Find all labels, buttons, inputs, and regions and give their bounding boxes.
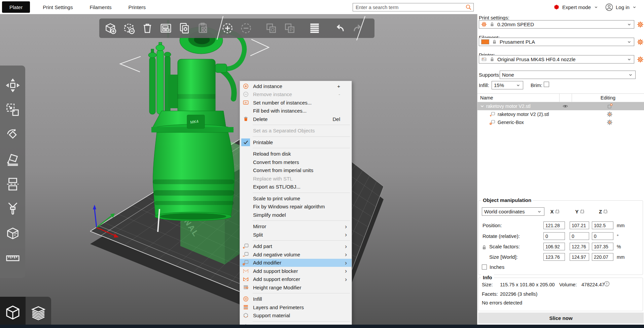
menu-item-height-range-modifier[interactable]: Height range Modifier [240,283,352,292]
copy-icon[interactable] [178,22,191,35]
menu-item-add-support-enforcer[interactable]: Add support enforcer› [240,275,352,284]
search-icon[interactable] [465,4,472,10]
menu-item-convert-from-meters[interactable]: Convert from meters [240,158,352,166]
infill-label: Infill: [479,82,489,88]
panel-title: Object manipulation [481,197,533,203]
position-y-input[interactable] [570,221,589,229]
expander-icon[interactable] [479,103,485,109]
rotate-x-input[interactable] [543,232,565,240]
menu-item-support-material[interactable]: Support material [240,312,352,320]
menu-item-infill[interactable]: Infill [240,295,352,303]
menu-item-reload-from-disk[interactable]: Reload from disk [240,150,352,158]
variable-layer-height-icon[interactable] [308,22,321,35]
tab-print-settings[interactable]: Print Settings [39,4,77,10]
info-size-label: Size: [482,282,493,287]
row-settings-gear-icon[interactable] [607,119,613,125]
3d-viewport[interactable]: ORIGINAL [0,14,477,328]
slice-now-button[interactable]: Slice now [478,313,644,324]
menu-item-fix-by-windows-repair-algorithm[interactable]: Fix by Windows repair algorithm [240,203,352,211]
undo-icon[interactable] [333,22,346,35]
menu-item-delete[interactable]: DeleteDel [240,115,352,123]
menu-item-export-as-stl-obj[interactable]: Export as STL/OBJ... [240,183,352,191]
rotate-y-input[interactable] [570,232,589,240]
object-row-raketovy-motor-v2-stl[interactable]: raketovy motor V2.stl [477,102,644,110]
size-world-y-input[interactable] [570,253,589,261]
printer-select[interactable]: Original Prusa MK4S HF0.4 nozzle [479,55,634,64]
tab-plater[interactable]: Plater [2,1,30,13]
menu-item-add-modifier[interactable]: Add modifier› [240,259,352,267]
print-settings-gear-button[interactable] [637,21,644,28]
eye-icon[interactable] [562,103,568,109]
gizmo-rotate-icon[interactable] [5,127,21,142]
menu-item-set-number-of-instances[interactable]: I+Set number of instances... [240,98,352,107]
delete-all-icon[interactable] [141,22,154,35]
add-instance-icon[interactable] [221,22,234,35]
menu-icon-blank [241,127,250,134]
gizmo-paint-supports-icon[interactable] [5,201,21,216]
menu-item-add-part[interactable]: Add part› [240,242,352,251]
coordinates-select[interactable]: World coordinates [482,207,544,216]
menu-item-mirror[interactable]: Mirror› [240,222,352,231]
layers-icon [241,303,250,311]
add-object-icon[interactable] [104,22,117,35]
axis-header-z[interactable]: Z [595,209,611,214]
scale-factors-x-input[interactable] [543,243,565,250]
menu-item-add-support-blocker[interactable]: Add support blocker› [240,267,352,275]
position-z-input[interactable] [592,221,613,229]
instances-icon: I+ [241,99,250,107]
gizmo-seam-icon[interactable] [5,226,21,241]
tab-printers[interactable]: Printers [124,4,150,10]
row-settings-gear-icon[interactable] [607,111,613,117]
menu-item-remove-instance: Remove instance- [240,90,352,99]
circle-minus-icon [241,90,250,98]
gizmo-move-icon[interactable] [5,78,21,93]
support-enforcer-icon [241,275,250,283]
gizmo-cut-icon[interactable] [5,176,21,192]
supports-select[interactable]: None [500,71,636,79]
object-row-raketovy-motor-v2-2-stl[interactable]: raketovy motor V2 (2).stl [477,110,644,118]
lock-icon [492,39,497,45]
filament-select[interactable]: Prusament PLA [479,38,634,46]
3d-editor-view-button[interactable] [0,297,26,328]
size-world-z-input[interactable] [592,253,613,261]
inches-checkbox[interactable] [482,264,487,270]
menu-item-scale-to-print-volume[interactable]: Scale to print volume [240,194,352,203]
scale-factors-z-input[interactable] [592,243,613,250]
remove-object-icon[interactable] [122,22,135,35]
infill-select[interactable]: 15% [492,81,523,89]
tab-filaments[interactable]: Filaments [85,4,115,10]
axis-header-x[interactable]: X [547,209,563,214]
object-row-generic-box[interactable]: Generic-Box [477,118,644,126]
menu-item-fill-bed-with-instances[interactable]: Fill bed with instances... [240,107,352,115]
login-button[interactable]: Log in [605,3,637,11]
menu-item-layers-and-perimeters[interactable]: Layers and Perimeters [240,303,352,312]
search-input[interactable] [353,5,465,10]
menu-item-simplify-model[interactable]: Simplify model [240,211,352,219]
brim-checkbox[interactable] [544,82,549,87]
uniform-scale-lock-icon[interactable] [481,243,487,252]
menu-item-add-instance[interactable]: Add instance+ [240,82,352,90]
edit-badge-icon[interactable] [607,103,613,109]
axis-header-y[interactable]: Y [572,209,588,214]
rotate-z-input[interactable] [592,232,613,240]
position-x-input[interactable] [543,221,565,229]
gizmo-place-on-face-icon[interactable] [5,152,21,167]
scale-factors-y-input[interactable] [570,243,589,250]
menu-item-split[interactable]: Split› [240,231,352,239]
size-world-x-input[interactable] [543,253,565,261]
gizmo-scale-icon[interactable] [5,102,21,118]
menu-item-convert-from-imperial-units[interactable]: Convert from imperial units [240,166,352,175]
print-settings-select[interactable]: 0.20mm SPEED [479,20,634,29]
part-block-icon [490,119,496,125]
gizmo-measure-icon[interactable] [5,250,21,266]
menu-item-add-negative-volume[interactable]: Add negative volume› [240,250,352,259]
printer-gear-button[interactable] [637,56,644,63]
arrange-icon[interactable] [159,22,172,35]
mode-selector[interactable]: Expert mode [553,3,599,11]
preview-button[interactable] [26,297,51,328]
warning-icon[interactable] [604,281,610,287]
menu-item-set-as-a-separated-objects: Set as a Separated Objects [240,127,352,135]
menu-item-printable[interactable]: Printable [240,138,352,147]
filament-gear-button[interactable] [637,39,644,45]
viewport-toolbar: OP [99,18,374,38]
